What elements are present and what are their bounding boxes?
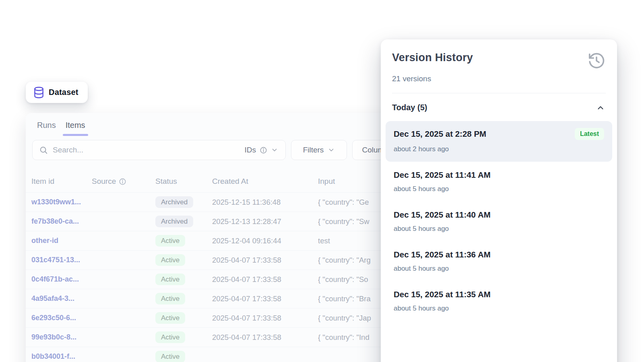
version-entry[interactable]: Dec 15, 2025 at 2:28 PM Latest about 2 h…	[386, 121, 612, 162]
version-entry[interactable]: Dec 15, 2025 at 11:36 AM Latest about 5 …	[386, 243, 612, 281]
item-id-link[interactable]: b0b34001-f...	[31, 352, 92, 361]
status-badge: Active	[155, 254, 185, 266]
item-id-link[interactable]: 6e293c50-6...	[31, 314, 92, 322]
tab-runs[interactable]: Runs	[37, 121, 56, 136]
filters-label: Filters	[303, 146, 324, 154]
ids-dropdown[interactable]: IDs	[245, 146, 279, 154]
column-header-item-id[interactable]: Item id	[31, 177, 92, 186]
item-id-link[interactable]: 99e93b0c-8...	[31, 333, 92, 341]
created-at-cell: 2025-12-15 11:36:48	[212, 198, 318, 207]
column-header-source[interactable]: Source	[92, 177, 155, 186]
version-entry[interactable]: Dec 15, 2025 at 11:35 AM Latest about 5 …	[386, 283, 612, 321]
column-header-status[interactable]: Status	[155, 177, 212, 186]
filters-button[interactable]: Filters	[291, 140, 347, 160]
version-relative-time: about 5 hours ago	[394, 225, 604, 233]
item-id-link[interactable]: w1330t9ww1...	[31, 198, 92, 206]
status-badge: Active	[155, 274, 185, 285]
search-input[interactable]	[53, 146, 240, 154]
ids-label: IDs	[245, 146, 256, 154]
status-badge: Active	[155, 312, 185, 324]
created-at-cell: 2025-04-07 17:33:58	[212, 294, 318, 303]
created-at-cell: 2025-04-07 17:33:58	[212, 275, 318, 284]
version-date: Dec 15, 2025 at 11:41 AM	[394, 170, 491, 180]
version-entry[interactable]: Dec 15, 2025 at 11:40 AM Latest about 5 …	[386, 203, 612, 241]
dataset-badge[interactable]: Dataset	[26, 82, 88, 103]
status-badge: Archived	[155, 216, 193, 227]
item-id-link[interactable]: 4a95afa4-3...	[31, 294, 92, 303]
created-at-cell: 2025-04-07 17:33:58	[212, 314, 318, 323]
search-icon	[39, 146, 48, 154]
item-id-link[interactable]: 031c4751-13...	[31, 256, 92, 264]
version-relative-time: about 5 hours ago	[394, 185, 604, 193]
item-id-link[interactable]: fe7b38e0-ca...	[31, 217, 92, 226]
status-badge: Active	[155, 351, 185, 362]
version-date: Dec 15, 2025 at 11:40 AM	[394, 210, 491, 220]
dataset-badge-label: Dataset	[49, 88, 78, 97]
item-id-link[interactable]: 0c4f671b-ac...	[31, 275, 92, 284]
version-relative-time: about 5 hours ago	[394, 304, 604, 313]
version-list: Dec 15, 2025 at 2:28 PM Latest about 2 h…	[381, 119, 617, 321]
tab-items[interactable]: Items	[66, 121, 85, 136]
version-count: 21 versions	[392, 74, 606, 83]
database-icon	[33, 86, 44, 99]
today-section-label: Today (5)	[392, 103, 427, 112]
info-icon	[260, 146, 267, 154]
version-history-panel: Version History 21 versions Today (5)	[381, 39, 617, 362]
search-box[interactable]: IDs	[32, 140, 286, 160]
version-entry[interactable]: Dec 15, 2025 at 11:41 AM Latest about 5 …	[386, 163, 612, 202]
info-icon	[119, 178, 126, 185]
latest-badge: Latest	[575, 128, 604, 140]
desktop-background: { "badge": { "label": "Dataset" }, "tabs…	[0, 0, 644, 362]
history-icon[interactable]	[587, 51, 606, 70]
created-at-cell: 2025-04-07 17:33:58	[212, 256, 318, 265]
created-at-cell: 2025-12-04 09:16:44	[212, 237, 318, 245]
status-badge: Active	[155, 293, 185, 304]
status-badge: Archived	[155, 196, 193, 208]
status-badge: Active	[155, 235, 185, 247]
version-relative-time: about 2 hours ago	[394, 145, 604, 153]
created-at-cell: 2025-04-07 17:33:58	[212, 333, 318, 342]
today-section-header[interactable]: Today (5)	[381, 93, 617, 119]
version-history-header: Version History 21 versions	[381, 39, 617, 93]
status-badge: Active	[155, 331, 185, 343]
chevron-down-icon	[328, 146, 335, 154]
created-at-cell: 2025-12-13 12:28:47	[212, 217, 318, 226]
chevron-down-icon	[271, 146, 278, 154]
column-header-created-at[interactable]: Created At	[212, 177, 318, 186]
version-history-title: Version History	[392, 51, 473, 64]
version-date: Dec 15, 2025 at 2:28 PM	[394, 129, 486, 139]
version-relative-time: about 5 hours ago	[394, 265, 604, 273]
chevron-up-icon[interactable]	[596, 103, 605, 112]
version-date: Dec 15, 2025 at 11:35 AM	[394, 290, 491, 299]
item-id-link[interactable]: other-id	[31, 237, 92, 245]
version-date: Dec 15, 2025 at 11:36 AM	[394, 250, 491, 259]
